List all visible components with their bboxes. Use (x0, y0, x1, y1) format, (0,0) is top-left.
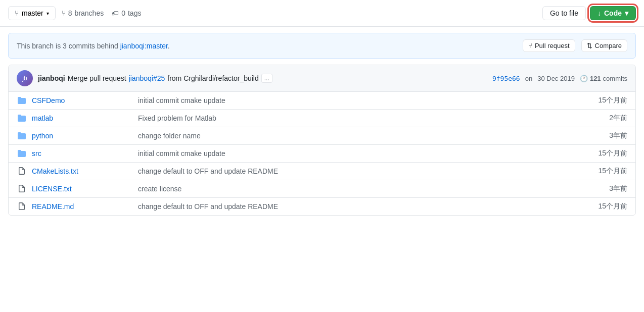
pull-request-label: Pull request (535, 42, 570, 49)
commit-ellipsis-button[interactable]: ... (261, 74, 272, 83)
chevron-down-icon: ▾ (47, 11, 49, 16)
notice-bar: This branch is 3 commits behind jianboqi… (8, 33, 636, 59)
notice-prefix: This branch is 3 commits behind (17, 42, 120, 50)
pull-request-button[interactable]: ⑂ Pull request (523, 39, 575, 52)
file-commit-message: change default to OFF and update README (138, 202, 572, 211)
meta-links: ⑂ 8 branches 🏷 0 tags (62, 9, 536, 17)
tags-link[interactable]: 🏷 0 tags (112, 9, 141, 17)
branch-count: 8 (68, 9, 72, 17)
file-icon (17, 167, 27, 175)
compare-label: Compare (595, 42, 622, 49)
file-name[interactable]: matlab (32, 114, 133, 122)
repo-table: jb jianboqi Merge pull request jianboqi#… (8, 65, 636, 216)
pull-request-icon: ⑂ (528, 42, 532, 49)
table-row: matlab Fixed problem for Matlab 2年前 (9, 110, 635, 127)
folder-icon (17, 132, 27, 140)
compare-icon: ⇅ (587, 42, 592, 49)
file-commit-message: Fixed problem for Matlab (138, 114, 572, 122)
compare-button[interactable]: ⇅ Compare (581, 39, 627, 52)
folder-icon (17, 96, 27, 105)
commit-right: 9f95e66 on 30 Dec 2019 🕐 121 commits (492, 75, 627, 82)
notice-text: This branch is 3 commits behind jianboqi… (17, 42, 170, 50)
table-row: python change folder name 3年前 (9, 127, 635, 145)
branch-icon: ⑂ (15, 9, 19, 17)
branches-link[interactable]: ⑂ 8 branches (62, 9, 104, 17)
file-icon (17, 185, 27, 193)
folder-icon (17, 149, 27, 158)
branch-name: master (22, 9, 43, 17)
file-time: 15个月前 (577, 167, 627, 176)
right-actions: Go to file ↓ Code ▾ (542, 6, 636, 20)
commit-header: jb jianboqi Merge pull request jianboqi#… (9, 65, 635, 92)
commit-count-number: 121 (590, 75, 601, 82)
table-row: README.md change default to OFF and upda… (9, 198, 635, 215)
commit-author[interactable]: jianboqi (38, 74, 65, 82)
file-time: 15个月前 (577, 202, 627, 211)
file-name[interactable]: LICENSE.txt (32, 185, 133, 193)
notice-link[interactable]: jianboqi:master (120, 42, 168, 50)
download-icon: ↓ (597, 9, 601, 17)
file-name[interactable]: README.md (32, 202, 133, 211)
table-row: CSFDemo initial commit cmake update 15个月… (9, 92, 635, 110)
branches-label: branches (75, 9, 104, 17)
tag-count: 0 (121, 9, 125, 17)
avatar: jb (17, 70, 33, 86)
commit-message-prefix: Merge pull request (68, 74, 126, 82)
commit-sha[interactable]: 9f95e66 (492, 75, 520, 82)
file-name[interactable]: python (32, 132, 133, 140)
file-commit-message: initial commit cmake update (138, 149, 572, 158)
code-chevron-icon: ▾ (625, 9, 628, 17)
file-commit-message: change default to OFF and update README (138, 167, 572, 175)
file-name[interactable]: CMakeLists.txt (32, 167, 133, 175)
file-name[interactable]: src (32, 149, 133, 158)
history-icon: 🕐 (580, 75, 588, 82)
branch-count-icon: ⑂ (62, 9, 66, 17)
commit-count-label: commits (603, 75, 627, 82)
code-label: Code (604, 9, 622, 17)
file-time: 3年前 (577, 184, 627, 193)
avatar-image: jb (17, 70, 33, 86)
file-time: 3年前 (577, 131, 627, 140)
code-button[interactable]: ↓ Code ▾ (590, 6, 636, 20)
file-list: CSFDemo initial commit cmake update 15个月… (9, 92, 635, 215)
avatar-text: jb (22, 75, 27, 82)
file-time: 2年前 (577, 114, 627, 123)
notice-actions: ⑂ Pull request ⇅ Compare (523, 39, 627, 52)
go-to-file-button[interactable]: Go to file (542, 6, 586, 20)
commit-message-suffix: from Crghilardi/refactor_build (167, 74, 259, 82)
table-row: src initial commit cmake update 15个月前 (9, 145, 635, 163)
file-name[interactable]: CSFDemo (32, 96, 133, 105)
table-row: CMakeLists.txt change default to OFF and… (9, 163, 635, 180)
commit-info: jianboqi Merge pull request jianboqi#25 … (38, 74, 487, 83)
folder-icon (17, 114, 27, 122)
tags-label: tags (128, 9, 141, 17)
file-time: 15个月前 (577, 149, 627, 158)
commit-date: 30 Dec 2019 (537, 75, 575, 82)
top-bar: ⑂ master ▾ ⑂ 8 branches 🏷 0 tags Go to f… (0, 0, 644, 27)
commit-date-prefix: on (525, 75, 532, 82)
branch-selector[interactable]: ⑂ master ▾ (8, 6, 56, 20)
file-icon (17, 202, 27, 211)
file-commit-message: initial commit cmake update (138, 96, 572, 105)
tag-icon: 🏷 (112, 9, 119, 17)
file-time: 15个月前 (577, 96, 627, 105)
table-row: LICENSE.txt create license 3年前 (9, 180, 635, 198)
commit-count-link[interactable]: 🕐 121 commits (580, 75, 627, 82)
file-commit-message: create license (138, 185, 572, 193)
notice-suffix: . (168, 42, 170, 50)
pr-link[interactable]: jianboqi#25 (129, 74, 165, 82)
file-commit-message: change folder name (138, 132, 572, 140)
